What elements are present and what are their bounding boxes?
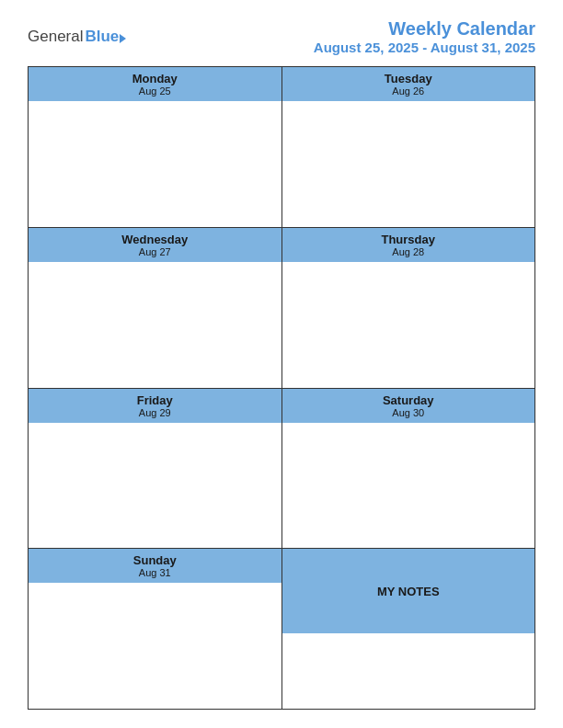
- cell-friday: Friday Aug 29: [29, 389, 282, 549]
- cell-monday: Monday Aug 25: [29, 67, 282, 227]
- thursday-body: [282, 262, 535, 388]
- friday-body: [29, 423, 282, 549]
- saturday-day-name: Saturday: [282, 393, 535, 407]
- thursday-day-date: Aug 28: [282, 246, 535, 257]
- cell-saturday: Saturday Aug 30: [282, 389, 535, 549]
- sunday-day-date: Aug 31: [29, 567, 282, 578]
- saturday-day-date: Aug 30: [282, 407, 535, 418]
- logo-blue-text: Blue: [85, 28, 119, 46]
- cell-sunday: Sunday Aug 31: [29, 549, 282, 709]
- calendar-date-range: August 25, 2025 - August 31, 2025: [314, 40, 535, 55]
- tuesday-body: [282, 101, 535, 227]
- header: General Blue Weekly Calendar August 25, …: [28, 18, 535, 55]
- page: General Blue Weekly Calendar August 25, …: [0, 0, 563, 728]
- saturday-body: [282, 423, 535, 549]
- wednesday-day-name: Wednesday: [29, 233, 282, 246]
- calendar-row-2: Wednesday Aug 27 Thursday Aug 28: [29, 228, 534, 389]
- calendar-row-1: Monday Aug 25 Tuesday Aug 26: [29, 67, 534, 228]
- calendar-row-4: Sunday Aug 31 MY NOTES: [29, 549, 534, 709]
- cell-friday-header: Friday Aug 29: [29, 389, 282, 423]
- wednesday-body: [29, 262, 282, 388]
- cell-wednesday-header: Wednesday Aug 27: [29, 228, 282, 262]
- monday-day-name: Monday: [29, 72, 282, 85]
- sunday-day-name: Sunday: [29, 553, 282, 567]
- logo: General Blue: [28, 28, 126, 46]
- calendar-row-3: Friday Aug 29 Saturday Aug 30: [29, 389, 534, 550]
- tuesday-day-date: Aug 26: [282, 85, 535, 97]
- cell-tuesday-header: Tuesday Aug 26: [282, 67, 535, 101]
- notes-body: [282, 633, 535, 709]
- cell-sunday-header: Sunday Aug 31: [29, 549, 282, 583]
- cell-saturday-header: Saturday Aug 30: [282, 389, 535, 423]
- calendar-title: Weekly Calendar: [314, 18, 535, 40]
- logo-general-text: General: [28, 28, 83, 46]
- cell-wednesday: Wednesday Aug 27: [29, 228, 282, 388]
- friday-day-name: Friday: [29, 393, 282, 407]
- cell-thursday: Thursday Aug 28: [282, 228, 535, 388]
- sunday-body: [29, 583, 282, 709]
- cell-notes: MY NOTES: [282, 549, 535, 709]
- monday-day-date: Aug 25: [29, 85, 282, 97]
- notes-header: MY NOTES: [282, 549, 535, 633]
- notes-label: MY NOTES: [377, 585, 440, 598]
- monday-body: [29, 101, 282, 227]
- cell-thursday-header: Thursday Aug 28: [282, 228, 535, 262]
- cell-monday-header: Monday Aug 25: [29, 67, 282, 101]
- friday-day-date: Aug 29: [29, 407, 282, 418]
- header-right: Weekly Calendar August 25, 2025 - August…: [314, 18, 535, 55]
- wednesday-day-date: Aug 27: [29, 246, 282, 257]
- calendar-grid: Monday Aug 25 Tuesday Aug 26 Wednesday A…: [28, 66, 535, 710]
- tuesday-day-name: Tuesday: [282, 72, 535, 85]
- cell-tuesday: Tuesday Aug 26: [282, 67, 535, 227]
- logo-blue-block: Blue: [85, 28, 126, 46]
- thursday-day-name: Thursday: [282, 233, 535, 246]
- logo-arrow-icon: [120, 34, 126, 43]
